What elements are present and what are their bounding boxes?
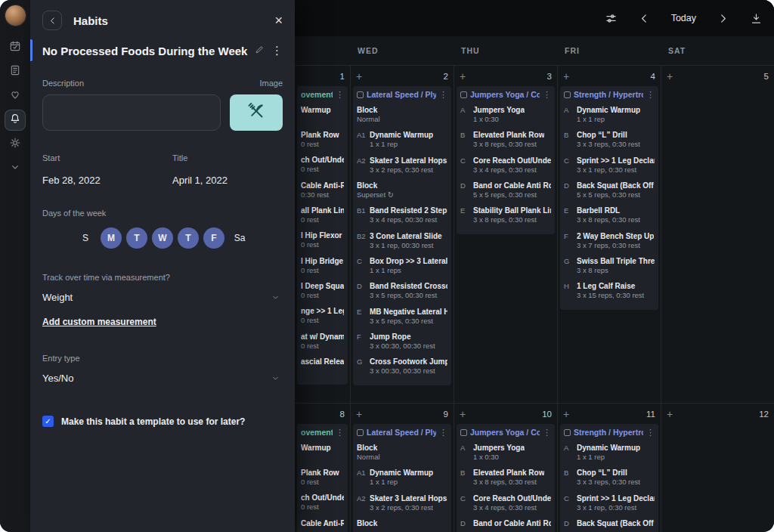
- day-t-4[interactable]: T: [178, 227, 199, 249]
- exercise-item[interactable]: AJumpers Yoga1 x 0:30: [460, 105, 551, 124]
- day-s-0[interactable]: S: [75, 227, 96, 249]
- workout-menu-icon[interactable]: ⋮: [543, 428, 551, 437]
- exercise-item[interactable]: Cable Anti-Rotati...: [301, 518, 344, 532]
- workout-card[interactable]: Jumpers Yoga / Core⋮AJumpers Yoga1 x 0:3…: [457, 424, 555, 532]
- day-t-2[interactable]: T: [126, 227, 147, 249]
- day-w-3[interactable]: W: [152, 227, 173, 249]
- exercise-item[interactable]: l Hip Bridge w/ ...0 rest: [301, 256, 344, 275]
- workout-card[interactable]: Strength / Hypertro...⋮ADynamic Warmup1 …: [560, 86, 658, 310]
- exercise-item[interactable]: AJumpers Yoga1 x 0:30: [460, 443, 551, 462]
- day-sa-6[interactable]: Sa: [229, 227, 250, 249]
- exercise-item[interactable]: H1 Leg Calf Raise3 x 15 reps, 0:30 rest: [564, 281, 655, 300]
- day-m-1[interactable]: M: [101, 227, 122, 249]
- exercise-item[interactable]: CSprint >> 1 Leg Declarations3 x 1 rep, …: [564, 493, 655, 512]
- add-workout-button[interactable]: +: [356, 409, 362, 419]
- workout-checkbox[interactable]: [564, 429, 571, 436]
- exercise-item[interactable]: GCross Footwork Jump Rope3 x 00:30, 00:3…: [357, 357, 447, 376]
- exercise-item[interactable]: Warmup: [301, 443, 344, 462]
- exercise-item[interactable]: Plank Row0 rest: [301, 468, 344, 487]
- exercise-item[interactable]: CCore Reach Out/Under3 x 4 reps, 0:30 re…: [460, 493, 551, 512]
- workout-checkbox[interactable]: [357, 429, 364, 436]
- workout-menu-icon[interactable]: ⋮: [439, 91, 447, 99]
- workout-card[interactable]: Lateral Speed / Plyo⋮BlockNormalA1Dynami…: [353, 86, 451, 385]
- close-icon[interactable]: ×: [274, 14, 283, 27]
- add-workout-button[interactable]: +: [460, 71, 466, 82]
- workout-menu-icon[interactable]: ⋮: [646, 91, 655, 99]
- exercise-item[interactable]: EBarbell RDL3 x 8 reps, 0:30 rest: [564, 206, 655, 224]
- workout-menu-icon[interactable]: ⋮: [336, 91, 344, 99]
- workout-menu-icon[interactable]: ⋮: [336, 428, 344, 437]
- exercise-item[interactable]: ascial Release C...: [301, 357, 344, 376]
- end-date-field[interactable]: April 1, 2022: [172, 175, 283, 186]
- template-checkbox-row[interactable]: ✓ Make this habit a template to use for …: [42, 416, 283, 427]
- habit-menu-icon[interactable]: ⋮: [271, 44, 283, 57]
- exercise-item[interactable]: Plank Row0 rest: [301, 130, 344, 149]
- exercise-item[interactable]: at w/ Dynamic P...0 rest: [301, 332, 344, 351]
- template-checkbox[interactable]: ✓: [42, 416, 54, 427]
- exercise-item[interactable]: GSwiss Ball Triple Threat3 x 8 reps: [564, 256, 655, 275]
- back-button[interactable]: [42, 11, 62, 30]
- measurement-select[interactable]: Weight: [42, 292, 283, 303]
- exercise-item[interactable]: BElevated Plank Row3 x 8 reps, 0:30 rest: [460, 130, 551, 149]
- workout-card[interactable]: ovement Q...⋮WarmupPlank Row0 restch Out…: [297, 424, 348, 532]
- exercise-item[interactable]: DBack Squat (Back Off Set)5 x 5 reps, 0:…: [564, 181, 655, 200]
- workout-menu-icon[interactable]: ⋮: [439, 428, 447, 437]
- description-input[interactable]: [42, 94, 221, 131]
- exercise-item[interactable]: A1Dynamic Warmup1 x 1 rep: [357, 468, 447, 487]
- exercise-item[interactable]: l Deep Squat Mo...0 rest: [301, 281, 344, 300]
- add-workout-button[interactable]: +: [356, 71, 362, 82]
- exercise-item[interactable]: DBand or Cable Anti Rotati...: [460, 518, 551, 532]
- exercise-item[interactable]: A2Skater 3 Lateral Hops >> ...3 x 2 reps…: [357, 493, 447, 512]
- sidebar-item-health[interactable]: [5, 86, 25, 106]
- workout-card[interactable]: ovement Q...⋮WarmupPlank Row0 restch Out…: [297, 86, 348, 385]
- workout-card[interactable]: Lateral Speed / Plyo⋮BlockNormalA1Dynami…: [353, 424, 451, 532]
- start-date-field[interactable]: Feb 28, 2022: [42, 175, 172, 186]
- exercise-item[interactable]: CCore Reach Out/Under3 x 4 reps, 0:30 re…: [460, 156, 551, 175]
- exercise-item[interactable]: A2Skater 3 Lateral Hops >> ...3 x 2 reps…: [357, 156, 447, 175]
- sidebar-item-bell[interactable]: [5, 110, 25, 130]
- habit-image-tile[interactable]: [230, 94, 283, 131]
- avatar[interactable]: [5, 5, 26, 26]
- workout-checkbox[interactable]: [460, 429, 467, 436]
- exercise-item[interactable]: CBox Drop >> 3 Lateral H...1 x 1 reps: [357, 256, 447, 275]
- exercise-item[interactable]: CSprint >> 1 Leg Declarations3 x 1 rep, …: [564, 156, 655, 175]
- next-chevron-icon[interactable]: [717, 12, 729, 25]
- exercise-item[interactable]: DBack Squat (Back Off Set): [564, 518, 655, 532]
- exercise-item[interactable]: DBand or Cable Anti Rotati...5 x 5 reps,…: [460, 181, 551, 200]
- add-workout-button[interactable]: +: [563, 71, 569, 82]
- exercise-item[interactable]: BElevated Plank Row3 x 8 reps, 0:30 rest: [460, 468, 551, 487]
- today-button[interactable]: Today: [671, 13, 696, 23]
- sidebar-item-document[interactable]: [5, 62, 25, 82]
- workout-checkbox[interactable]: [460, 91, 467, 98]
- exercise-item[interactable]: ch Out/Under0 rest: [301, 155, 344, 174]
- exercise-item[interactable]: EMB Negative Lateral Hop...3 x 5 reps, 0…: [357, 307, 447, 326]
- exercise-item[interactable]: Warmup: [301, 105, 344, 124]
- add-workout-button[interactable]: +: [667, 409, 673, 419]
- exercise-item[interactable]: DBand Resisted Crossover...3 x 5 reps, 0…: [357, 281, 447, 300]
- exercise-item[interactable]: F2 Way Bench Step Up3 x 7 reps, 0:30 res…: [564, 231, 655, 250]
- download-icon[interactable]: [750, 12, 763, 25]
- workout-checkbox[interactable]: [564, 91, 571, 98]
- add-workout-button[interactable]: +: [563, 409, 569, 419]
- exercise-item[interactable]: FJump Rope3 x 00:30, 00:30 rest: [357, 332, 447, 351]
- add-workout-button[interactable]: +: [667, 71, 673, 82]
- workout-card[interactable]: Strength / Hypertro...⋮ADynamic Warmup1 …: [560, 424, 658, 532]
- add-custom-measurement-link[interactable]: Add custom measurement: [42, 317, 156, 327]
- exercise-item[interactable]: EStability Ball Plank Linear ...3 x 8 re…: [460, 206, 551, 224]
- exercise-item[interactable]: Cable Anti-Rotati...0:30 rest: [301, 181, 344, 200]
- exercise-item[interactable]: ch Out/Under0 rest: [301, 493, 344, 512]
- exercise-item[interactable]: BChop “L” Drill3 x 3 reps, 0:30 rest: [564, 468, 655, 487]
- exercise-item[interactable]: all Plank Linear ...0 rest: [301, 206, 344, 224]
- workout-menu-icon[interactable]: ⋮: [646, 428, 655, 437]
- workout-checkbox[interactable]: [357, 91, 364, 98]
- exercise-item[interactable]: B23 Cone Lateral Slide3 x 1 rep, 00:30 r…: [357, 231, 447, 250]
- add-workout-button[interactable]: +: [460, 409, 466, 419]
- filter-sliders-icon[interactable]: [605, 12, 618, 25]
- exercise-item[interactable]: B1Band Resisted 2 Step Late...3 x 4 reps…: [357, 206, 447, 224]
- exercise-item[interactable]: l Hip Flexor Rais...0 rest: [301, 230, 344, 249]
- entry-type-select[interactable]: Yes/No: [42, 373, 283, 384]
- day-f-5[interactable]: F: [203, 227, 224, 249]
- prev-chevron-icon[interactable]: [638, 12, 651, 25]
- sidebar-item-gear[interactable]: [5, 135, 25, 154]
- exercise-item[interactable]: BChop “L” Drill3 x 3 reps, 0:30 rest: [564, 130, 655, 149]
